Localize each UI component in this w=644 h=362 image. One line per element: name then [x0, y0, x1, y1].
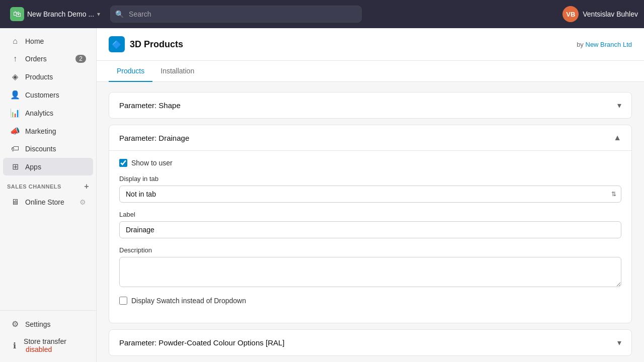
online-store-label: Online Store: [25, 198, 64, 206]
accordion-header-shape[interactable]: Parameter: Shape ▾: [109, 93, 631, 118]
description-group: Description: [119, 246, 621, 289]
accordion-body-drainage: Show to user Display in tab Not in tabTa…: [109, 150, 631, 323]
store-selector-chevron: ▾: [97, 11, 100, 18]
sidebar: ⌂ Home ↑ Orders 2 ◈ Products 👤 Customers…: [0, 28, 97, 362]
app-by: by New Branch Ltd: [577, 41, 632, 48]
sidebar-item-home[interactable]: ⌂ Home: [3, 33, 93, 50]
marketing-icon: 📣: [10, 126, 20, 136]
show-to-user-group: Show to user: [119, 159, 621, 167]
store-logo-icon: 🛍: [10, 7, 24, 21]
discounts-icon: 🏷: [10, 144, 20, 153]
sidebar-item-customers[interactable]: 👤 Customers: [3, 86, 93, 104]
store-selector[interactable]: 🛍 New Branch Demo ... ▾: [6, 5, 104, 23]
app-title: 3D Products: [130, 39, 183, 50]
label-field-input[interactable]: [119, 221, 621, 238]
sales-channels-label: SALES CHANNELS: [7, 184, 61, 190]
store-name: New Branch Demo ...: [27, 10, 94, 18]
badge-orders: 2: [75, 55, 86, 63]
accordion-chevron-powder-coated: ▾: [617, 338, 621, 347]
home-icon: ⌂: [10, 37, 20, 46]
accordion-header-powder-coated[interactable]: Parameter: Powder-Coated Colour Options …: [109, 330, 631, 355]
customers-icon: 👤: [10, 90, 20, 100]
sidebar-item-discounts[interactable]: 🏷 Discounts: [3, 140, 93, 157]
settings-label: Settings: [25, 320, 51, 328]
description-field-textarea[interactable]: [119, 257, 621, 287]
user-name: Ventsislav Buhlev: [583, 10, 638, 18]
label-field-label: Label: [119, 211, 621, 218]
tab-products[interactable]: Products: [109, 61, 152, 82]
parameters-content: Parameter: Shape ▾ Parameter: Drainage ▲…: [97, 82, 644, 362]
online-store-settings-icon[interactable]: ⚙: [79, 198, 86, 206]
sidebar-item-label-marketing: Marketing: [25, 127, 56, 135]
accordion-chevron-shape: ▾: [617, 101, 621, 110]
sidebar-item-label-home: Home: [25, 37, 44, 45]
display-in-tab-select[interactable]: Not in tabTab 1Tab 2: [119, 186, 621, 203]
app-tabs: ProductsInstallation: [97, 61, 644, 82]
accordion-title-drainage: Parameter: Drainage: [119, 134, 189, 142]
app-title-area: 🔷 3D Products: [109, 36, 183, 52]
analytics-icon: 📊: [10, 108, 20, 118]
company-link[interactable]: New Branch Ltd: [586, 41, 632, 48]
accordion-title-powder-coated: Parameter: Powder-Coated Colour Options …: [119, 338, 284, 347]
sidebar-item-label-discounts: Discounts: [25, 145, 56, 153]
sidebar-item-label-orders: Orders: [25, 55, 47, 63]
sidebar-item-label-products: Products: [25, 73, 53, 81]
swatch-checkbox-group: Display Swatch instead of Dropdown: [119, 297, 621, 305]
sidebar-item-products[interactable]: ◈ Products: [3, 68, 93, 85]
layout: ⌂ Home ↑ Orders 2 ◈ Products 👤 Customers…: [0, 28, 644, 362]
avatar: VB: [562, 6, 579, 22]
show-to-user-label[interactable]: Show to user: [131, 159, 173, 167]
label-group: Label: [119, 211, 621, 238]
settings-icon: ⚙: [10, 319, 20, 329]
display-in-tab-group: Display in tab Not in tabTab 1Tab 2: [119, 175, 621, 203]
main-content: 🔷 3D Products by New Branch Ltd Products…: [97, 28, 644, 362]
store-transfer-status: disabled: [26, 345, 52, 353]
topnav: 🛍 New Branch Demo ... ▾ 🔍 VB Ventsislav …: [0, 0, 644, 28]
display-in-tab-select-wrap: Not in tabTab 1Tab 2: [119, 186, 621, 203]
swatch-checkbox[interactable]: [119, 297, 127, 305]
online-store-icon: 🖥: [10, 198, 20, 207]
accordion-shape: Parameter: Shape ▾: [109, 92, 632, 119]
show-to-user-checkbox[interactable]: [119, 159, 127, 167]
sidebar-item-settings[interactable]: ⚙ Settings: [3, 315, 93, 333]
sidebar-item-analytics[interactable]: 📊 Analytics: [3, 104, 93, 122]
search-icon: 🔍: [115, 10, 124, 18]
sidebar-item-label-analytics: Analytics: [25, 109, 53, 117]
swatch-checkbox-label[interactable]: Display Swatch instead of Dropdown: [131, 297, 246, 305]
sidebar-footer: ⚙ Settings ℹ Store transfer disabled: [0, 310, 96, 362]
search-bar: 🔍: [110, 6, 362, 23]
sidebar-item-apps[interactable]: ⊞ Apps: [3, 158, 93, 175]
app-icon: 🔷: [109, 36, 125, 52]
store-transfer-icon: ℹ: [10, 341, 19, 350]
sidebar-item-marketing[interactable]: 📣 Marketing: [3, 122, 93, 140]
sidebar-nav: ⌂ Home ↑ Orders 2 ◈ Products 👤 Customers…: [0, 28, 96, 310]
orders-icon: ↑: [10, 54, 20, 63]
accordion-drainage: Parameter: Drainage ▲ Show to user Displ…: [109, 125, 632, 323]
sidebar-item-label-apps: Apps: [25, 163, 41, 171]
user-area[interactable]: VB Ventsislav Buhlev: [562, 6, 638, 22]
accordion-title-shape: Parameter: Shape: [119, 101, 181, 110]
apps-icon: ⊞: [10, 162, 20, 171]
app-header: 🔷 3D Products by New Branch Ltd: [97, 28, 644, 61]
tab-installation[interactable]: Installation: [152, 61, 202, 82]
sales-channels-header: SALES CHANNELS +: [0, 176, 96, 193]
sidebar-item-label-customers: Customers: [25, 91, 59, 99]
description-field-label: Description: [119, 246, 621, 254]
accordion-powder-coated: Parameter: Powder-Coated Colour Options …: [109, 329, 632, 356]
sidebar-item-online-store[interactable]: 🖥 Online Store ⚙: [3, 194, 93, 211]
display-in-tab-label: Display in tab: [119, 175, 621, 183]
search-input[interactable]: [110, 6, 362, 23]
accordion-header-drainage[interactable]: Parameter: Drainage ▲: [109, 125, 631, 150]
products-icon: ◈: [10, 72, 20, 81]
sidebar-item-orders[interactable]: ↑ Orders 2: [3, 50, 93, 67]
sidebar-item-store-transfer[interactable]: ℹ Store transfer disabled: [3, 333, 93, 357]
add-sales-channel-icon[interactable]: +: [84, 182, 89, 191]
store-transfer-text: Store transfer disabled: [24, 337, 86, 353]
accordion-chevron-drainage: ▲: [613, 133, 621, 142]
